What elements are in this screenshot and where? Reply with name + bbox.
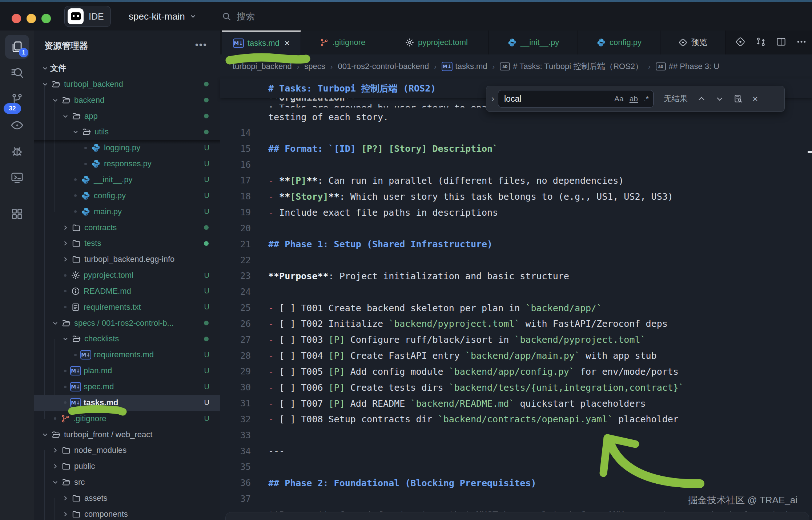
toggle-replace-chevron[interactable]: › [491, 94, 494, 104]
project-switcher[interactable]: spec-kit-main [129, 2, 197, 31]
close-find-button[interactable]: × [752, 93, 758, 105]
close-window-button[interactable] [12, 14, 21, 23]
tab-.gitignore[interactable]: .gitignore [301, 31, 384, 54]
tree-item-turbopi_frontweb_react[interactable]: turbopi_front / web_react [34, 427, 220, 443]
tree-item-turbopi_backend[interactable]: turbopi_backend [34, 76, 220, 92]
tree-item-[interactable]: 文件 [34, 60, 220, 76]
more-actions-button[interactable] [796, 36, 807, 49]
tab-label: config.py [610, 38, 642, 47]
explorer-badge: 1 [19, 48, 28, 57]
chevron-right-icon [60, 239, 71, 248]
regex-button[interactable]: .* [644, 94, 649, 103]
breadcrumb-item[interactable]: ab# Tasks: Turbopi 控制后端（ROS2） [500, 61, 643, 72]
tree-item-checklists[interactable]: checklists [34, 331, 220, 347]
search-icon [222, 12, 232, 21]
find-in-selection-button[interactable] [733, 94, 743, 103]
global-search[interactable]: 搜索 [222, 2, 255, 31]
tree-item-label: 文件 [50, 63, 66, 74]
code-line-15: 15## Format: `[ID] [P?] [Story] Descript… [220, 141, 812, 157]
tree-item-src[interactable]: src [34, 474, 220, 490]
breadcrumb-item[interactable]: 001-ros2-control-backend [338, 62, 429, 71]
window-controls[interactable] [12, 14, 51, 23]
tab-tasks.md[interactable]: M↓tasks.md× [222, 31, 301, 54]
tree-item-requirements.txt[interactable]: requirements.txtU [34, 299, 220, 315]
git-modified-dot [204, 241, 209, 246]
activity-debug[interactable] [5, 139, 29, 163]
tree-item-app[interactable]: app [34, 108, 220, 124]
compare-changes-button[interactable] [755, 36, 766, 49]
maximize-window-button[interactable] [41, 14, 51, 23]
activity-source-control[interactable]: 32 [5, 87, 29, 111]
tree-item-requirements.md[interactable]: M↓requirements.mdU [34, 347, 220, 363]
breadcrumb-item[interactable]: ab## Phase 3: U [656, 62, 719, 71]
tree-item-assets[interactable]: assets [34, 490, 220, 506]
tree-item-label: requirements.txt [84, 302, 141, 312]
tree-item-README.md[interactable]: README.mdU [34, 283, 220, 299]
ide-window: IDE spec-kit-main 搜索 132 资源管理器 ••• 文件tur… [0, 0, 812, 520]
find-input[interactable]: local Aa ab .* [498, 90, 654, 107]
tree-item-public[interactable]: public [34, 458, 220, 474]
activity-terminal[interactable] [5, 166, 29, 190]
code-line-36: 36## Phase 2: Foundational (Blocking Pre… [220, 475, 812, 491]
tree-item-.gitignore[interactable]: .gitignoreU [34, 411, 220, 427]
git-modified-dot [204, 337, 209, 341]
tree-item-specs001-ros2-control-b...[interactable]: specs / 001-ros2-control-b... [34, 315, 220, 331]
split-editor-button[interactable] [776, 36, 787, 49]
tree-item-label: assets [84, 493, 108, 503]
next-match-button[interactable] [715, 94, 724, 103]
tree-item-plan.md[interactable]: M↓plan.mdU [34, 363, 220, 379]
activity-search[interactable] [5, 61, 29, 85]
tree-item-contracts[interactable]: contracts [34, 220, 220, 236]
app-logo-box: IDE [64, 6, 111, 27]
breadcrumb-item[interactable]: M↓tasks.md [442, 62, 487, 71]
search-icon [10, 66, 24, 80]
tree-item-logging.py[interactable]: logging.pyU [34, 140, 220, 156]
tree-item-tasks.md[interactable]: M↓tasks.mdU [34, 395, 220, 411]
minimize-window-button[interactable] [27, 14, 36, 23]
symbol-text-icon: ab [500, 62, 510, 70]
tree-item-pyproject.toml[interactable]: pyproject.tomlU [34, 267, 220, 283]
tab-__init__.py[interactable]: __init__.py [489, 31, 578, 54]
previous-match-button[interactable] [697, 94, 706, 103]
chevron-down-icon [72, 128, 80, 136]
code-line-19: 19- Include exact file paths in descript… [220, 204, 812, 220]
tree-item-turbopi_backend.egg-info[interactable]: turbopi_backend.egg-info [34, 251, 220, 267]
tree-item-tests[interactable]: tests [34, 235, 220, 251]
breadcrumb-item[interactable]: specs [304, 62, 325, 71]
tree-item-components[interactable]: components [34, 506, 220, 520]
tree-item-node_modules[interactable]: node_modules [34, 442, 220, 458]
tab-pyproject.toml[interactable]: pyproject.toml [384, 31, 489, 54]
chevron-down-icon [61, 112, 69, 120]
tab-config.py[interactable]: config.py [578, 31, 660, 54]
tree-item-responses.py[interactable]: responses.pyU [34, 156, 220, 172]
close-tab-icon[interactable]: × [285, 38, 290, 48]
breadcrumb-separator: › [493, 62, 495, 71]
code-line-26: 26- [ ] T002 Initialize `backend/pyproje… [220, 316, 812, 332]
tree-item-backend[interactable]: backend [34, 92, 220, 108]
whole-word-button[interactable]: ab [630, 94, 638, 103]
tree-item-main.py[interactable]: main.pyU [34, 204, 220, 220]
activity-explorer[interactable]: 1 [5, 35, 29, 59]
tab-预览[interactable]: 预览 [660, 31, 725, 54]
tree-item-__init__.py[interactable]: __init__.pyU [34, 172, 220, 188]
tree-item-label: tasks.md [84, 398, 118, 407]
breadcrumb-item[interactable]: turbopi_backend [233, 62, 292, 71]
folder-open-icon [61, 318, 71, 328]
python-icon [81, 175, 91, 184]
match-case-button[interactable]: Aa [614, 94, 624, 103]
tree-item-utils[interactable]: utils [34, 124, 220, 140]
gear-icon [71, 271, 80, 280]
python-icon [91, 159, 101, 168]
activity-extensions-grid[interactable] [5, 202, 29, 226]
git-untracked-badge: U [204, 414, 209, 423]
git-untracked-badge: U [204, 160, 209, 168]
tree-item-spec.md[interactable]: M↓spec.mdU [34, 379, 220, 395]
activity-preview-eye[interactable] [5, 113, 29, 137]
python-icon [81, 207, 91, 216]
tree-item-config.py[interactable]: config.pyU [34, 188, 220, 204]
folder-icon [61, 446, 71, 455]
sidebar-more-button[interactable]: ••• [195, 39, 207, 50]
preview-button[interactable] [735, 36, 746, 49]
editor-content[interactable]: # Tasks: Turbopi 控制后端 (ROS2)**Organizati… [220, 78, 812, 520]
code-line-22: 22 [220, 252, 812, 268]
